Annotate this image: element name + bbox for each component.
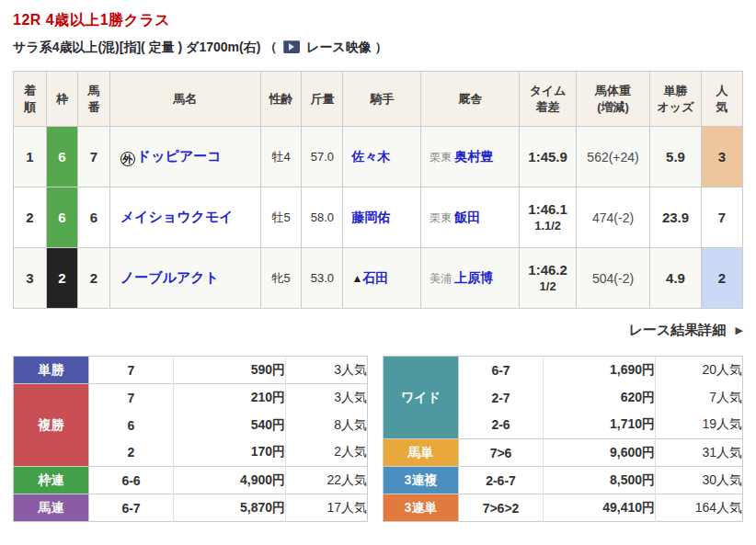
race-result-detail-link[interactable]: レース結果詳細 ▶ (629, 322, 743, 337)
payout-popularity: 20人気 (656, 357, 743, 384)
body-weight: 504(-2) (577, 248, 650, 309)
popularity: 7 (701, 187, 742, 248)
header-bracket: 枠 (46, 72, 77, 127)
paren-open: （ (264, 40, 277, 54)
horse-number: 6 (77, 187, 109, 248)
payout-amount: 8,500円 (544, 467, 656, 494)
time-margin-cell: 1:46.2 1/2 (520, 248, 577, 309)
payout-amount: 5,870円 (174, 494, 286, 522)
payout-popularity: 30人気 (656, 467, 743, 494)
payout-popularity: 3人気 (286, 384, 368, 412)
payout-popularity: 2人気 (286, 439, 368, 467)
horse-name-link[interactable]: ドッピアーコ (137, 148, 222, 164)
payout-popularity: 22人気 (286, 467, 368, 494)
payout-amount: 590円 (174, 357, 286, 384)
payout-popularity: 7人気 (656, 384, 743, 412)
jockey-link[interactable]: 藤岡佑 (351, 210, 390, 224)
horse-name-cell: メイショウクモイ (109, 187, 260, 248)
sex-age: 牡5 (260, 187, 302, 248)
payout-popularity: 3人気 (286, 357, 368, 384)
carried-weight: 53.0 (302, 248, 343, 309)
jockey-cell: ▲石田 (343, 248, 421, 309)
race-title: 12R 4歳以上1勝クラス (13, 11, 743, 30)
stable-cell: 美浦上原博 (421, 248, 520, 309)
payout-amount: 1,710円 (544, 412, 656, 439)
race-result-detail-label: レース結果詳細 (629, 322, 727, 337)
payout-combo: 2-6-7 (459, 467, 544, 494)
trainer-link[interactable]: 上原博 (454, 270, 493, 285)
bet-type-wide-label: ワイド (384, 357, 459, 439)
payouts-section: 単勝 7 590円 3人気 複勝 7 210円 3人気 6 540円 8人気 (13, 356, 743, 522)
payout-row-wide-1: ワイド 6-7 1,690円 20人気 (384, 357, 743, 384)
payout-row-trio: 3連複 2-6-7 8,500円 30人気 (384, 467, 743, 494)
payout-popularity: 8人気 (286, 412, 368, 439)
header-jockey: 騎手 (343, 72, 421, 127)
body-weight: 562(+24) (577, 127, 650, 187)
payout-row-bracket-quinella: 枠連 6-6 4,900円 22人気 (14, 467, 368, 494)
jockey-cell: 藤岡佑 (343, 187, 421, 248)
payout-combo: 2 (89, 439, 174, 467)
result-row-2: 2 6 6 メイショウクモイ 牡5 58.0 藤岡佑 栗東飯田 1:46.1 1… (14, 187, 743, 248)
payout-popularity: 31人気 (656, 439, 743, 467)
bet-type-trio-label: 3連複 (384, 467, 459, 494)
payout-amount: 1,690円 (544, 357, 656, 384)
jockey-link[interactable]: 石田 (362, 270, 388, 285)
trainer-link[interactable]: 飯田 (454, 210, 480, 224)
payout-table-right: ワイド 6-7 1,690円 20人気 2-7 620円 7人気 2-6 1,7… (383, 356, 743, 522)
horse-name-link[interactable]: ノーブルアクト (120, 269, 219, 285)
results-header-row: 着 順 枠 馬 番 馬名 性齢 斤量 騎手 厩舎 タイム 着差 馬体重 (増減)… (14, 72, 743, 127)
header-body-weight: 馬体重 (増減) (577, 72, 650, 127)
result-row-1: 1 6 7 外ドッピアーコ 牡4 57.0 佐々木 栗東奥村豊 1:45.9 (14, 127, 743, 187)
payout-row-trifecta: 3連単 7>6>2 49,410円 164人気 (384, 494, 743, 522)
payout-combo: 6 (89, 412, 174, 439)
jockey-link[interactable]: 佐々木 (351, 149, 390, 164)
payout-amount: 620円 (544, 384, 656, 412)
sex-age: 牝5 (260, 248, 302, 309)
race-video-label: レース映像 (306, 40, 372, 54)
payout-popularity: 19人気 (656, 412, 743, 439)
payout-combo: 6-7 (89, 494, 174, 522)
detail-link-wrap: レース結果詳細 ▶ (13, 322, 743, 339)
bracket-number: 2 (46, 248, 77, 309)
time-margin-cell: 1:45.9 (520, 127, 577, 187)
finish-position: 3 (14, 248, 47, 309)
header-time-margin: タイム 着差 (520, 72, 577, 127)
payout-combo: 7 (89, 357, 174, 384)
payout-table-left: 単勝 7 590円 3人気 複勝 7 210円 3人気 6 540円 8人気 (13, 356, 368, 522)
payout-combo: 7>6>2 (459, 494, 544, 522)
payout-combo: 2-7 (459, 384, 544, 412)
payout-amount: 210円 (174, 384, 286, 412)
finish-time: 1:45.9 (521, 148, 575, 166)
arrow-right-icon: ▶ (736, 324, 743, 335)
win-odds: 5.9 (650, 127, 702, 187)
bet-type-win-label: 単勝 (14, 357, 89, 384)
video-play-icon (283, 40, 300, 53)
payout-combo: 6-7 (459, 357, 544, 384)
bracket-number: 6 (46, 127, 77, 187)
race-video-link[interactable]: レース映像 (281, 40, 374, 54)
bet-type-trifecta-label: 3連単 (384, 494, 459, 522)
header-horse-number: 馬 番 (77, 72, 109, 127)
payout-row-exacta: 馬単 7>6 9,600円 31人気 (384, 439, 743, 467)
payout-amount: 9,600円 (544, 439, 656, 467)
race-conditions-text: サラ系4歳以上(混)[指]( 定量 ) ダ1700m(右) (13, 40, 260, 54)
bracket-number: 6 (46, 187, 77, 248)
finish-time: 1:46.1 (521, 200, 575, 219)
payout-amount: 4,900円 (174, 467, 286, 494)
horse-name-cell: ノーブルアクト (109, 248, 260, 309)
carried-weight: 57.0 (302, 127, 343, 187)
horse-name-link[interactable]: メイショウクモイ (120, 209, 234, 224)
finish-position: 1 (14, 127, 47, 187)
stable-cell: 栗東飯田 (421, 187, 520, 248)
header-sex-age: 性齢 (260, 72, 302, 127)
time-margin-cell: 1:46.1 1.1/2 (520, 187, 577, 248)
finish-margin: 1/2 (521, 279, 575, 295)
trainer-link[interactable]: 奥村豊 (454, 149, 493, 164)
apprentice-mark: ▲ (351, 272, 362, 285)
popularity: 3 (701, 127, 742, 187)
payout-combo: 6-6 (89, 467, 174, 494)
race-result-page: 12R 4歳以上1勝クラス サラ系4歳以上(混)[指]( 定量 ) ダ1700m… (0, 0, 756, 545)
payout-row-quinella: 馬連 6-7 5,870円 17人気 (14, 494, 368, 522)
race-conditions: サラ系4歳以上(混)[指]( 定量 ) ダ1700m(右) （ レース映像 ） (13, 40, 743, 56)
jockey-cell: 佐々木 (343, 127, 421, 187)
